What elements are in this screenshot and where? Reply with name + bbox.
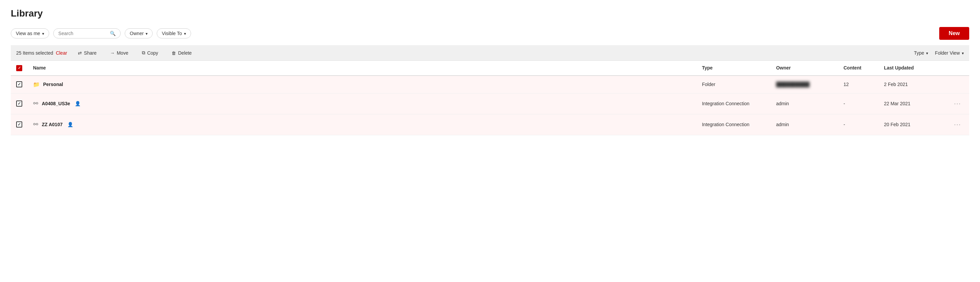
row-content-cell: 12 [838, 76, 878, 94]
share-button[interactable]: Share [75, 49, 99, 57]
row-checkbox-cell [11, 114, 28, 135]
row-checkbox[interactable] [16, 121, 22, 127]
integration-icon [33, 121, 38, 128]
selected-count-text: 25 Items selected [16, 50, 53, 56]
header-actions [946, 61, 969, 76]
row-owner-cell: admin [771, 93, 838, 114]
row-actions-cell: ··· [946, 114, 969, 135]
table-row: A0408_US3e👤Integration Connectionadmin-2… [11, 93, 969, 114]
folder-view-button[interactable]: Folder View [935, 50, 964, 56]
more-options-button[interactable]: ··· [951, 99, 964, 108]
col-last-updated-label: Last Updated [884, 65, 914, 70]
chevron-down-icon [184, 31, 186, 36]
header-content: Content [838, 61, 878, 76]
row-name-cell: 📁Personal [28, 76, 697, 94]
col-owner-label: Owner [776, 65, 791, 70]
copy-label: Copy [147, 50, 158, 56]
chevron-down-icon [146, 31, 148, 36]
visible-to-label: Visible To [162, 31, 181, 36]
header-last-updated: Last Updated [878, 61, 946, 76]
row-content-cell: - [838, 114, 878, 135]
row-name-text[interactable]: Personal [43, 81, 63, 87]
view-as-me-label: View as me [16, 31, 40, 36]
selected-count: 25 Items selected Clear [16, 50, 67, 56]
share-icon [78, 50, 82, 56]
new-button[interactable]: New [939, 27, 969, 40]
row-name-text[interactable]: ZZ A0107 [42, 122, 63, 127]
header-type: Type [697, 61, 771, 76]
row-name-text[interactable]: A0408_US3e [42, 101, 70, 106]
integration-icon [33, 100, 38, 107]
row-name-cell: ZZ A0107👤 [28, 114, 697, 135]
row-actions-cell: ··· [946, 93, 969, 114]
header-checkbox-cell [11, 61, 28, 76]
chevron-down-icon [926, 50, 928, 56]
table-header-row: Name Type Owner Content Last Updated [11, 61, 969, 76]
owner-filter-button[interactable]: Owner [125, 28, 153, 38]
type-filter-label: Type [914, 50, 924, 56]
folder-view-label: Folder View [935, 50, 960, 56]
row-type-cell: Folder [697, 76, 771, 94]
move-label: Move [116, 50, 128, 56]
col-type-label: Type [702, 65, 713, 70]
more-options-button[interactable]: ··· [951, 120, 964, 129]
copy-button[interactable]: Copy [139, 49, 161, 57]
row-checkbox-cell [11, 93, 28, 114]
search-box: 🔍 [53, 28, 121, 38]
row-type-cell: Integration Connection [697, 93, 771, 114]
row-last-updated-cell: 2 Feb 2021 [878, 76, 946, 94]
row-actions-cell [946, 76, 969, 94]
svg-point-0 [34, 102, 35, 104]
move-button[interactable]: Move [107, 49, 131, 57]
library-table: Name Type Owner Content Last Updated 📁Pe… [11, 61, 969, 135]
delete-button[interactable]: Delete [169, 49, 194, 57]
move-icon [110, 50, 115, 56]
search-icon: 🔍 [110, 31, 116, 36]
chevron-down-icon [42, 31, 44, 36]
col-content-label: Content [843, 65, 861, 70]
table-row: 📁PersonalFolder██████████122 Feb 2021 [11, 76, 969, 94]
select-all-checkbox[interactable] [16, 65, 22, 71]
owner-filter-label: Owner [130, 31, 143, 36]
svg-point-4 [37, 123, 38, 125]
header-name: Name [28, 61, 697, 76]
page-title: Library [11, 8, 969, 19]
view-as-me-dropdown[interactable]: View as me [11, 28, 49, 38]
row-checkbox[interactable] [16, 81, 22, 88]
action-bar: 25 Items selected Clear Share Move Copy … [11, 45, 969, 61]
folder-icon: 📁 [33, 81, 40, 88]
copy-icon [142, 50, 145, 56]
type-filter-button[interactable]: Type [914, 50, 928, 56]
action-bar-right: Type Folder View [914, 50, 964, 56]
clear-selection-button[interactable]: Clear [56, 50, 67, 56]
person-icon: 👤 [75, 101, 81, 106]
row-checkbox-cell [11, 76, 28, 94]
row-owner-cell: ██████████ [771, 76, 838, 94]
col-name-label: Name [33, 65, 46, 70]
svg-point-3 [34, 123, 35, 125]
header-owner: Owner [771, 61, 838, 76]
delete-label: Delete [178, 50, 191, 56]
page-container: Library View as me 🔍 Owner Visible To Ne… [0, 0, 980, 282]
row-last-updated-cell: 22 Mar 2021 [878, 93, 946, 114]
person-icon: 👤 [67, 122, 73, 127]
table-row: ZZ A0107👤Integration Connectionadmin-20 … [11, 114, 969, 135]
toolbar: View as me 🔍 Owner Visible To New [11, 27, 969, 40]
share-label: Share [84, 50, 96, 56]
chevron-down-icon [962, 50, 964, 56]
svg-point-1 [37, 102, 38, 104]
visible-to-filter-button[interactable]: Visible To [157, 28, 191, 38]
delete-icon [172, 50, 176, 56]
row-checkbox[interactable] [16, 100, 22, 107]
row-name-cell: A0408_US3e👤 [28, 93, 697, 114]
row-content-cell: - [838, 93, 878, 114]
search-input[interactable] [58, 31, 107, 36]
row-owner-cell: admin [771, 114, 838, 135]
row-type-cell: Integration Connection [697, 114, 771, 135]
row-last-updated-cell: 20 Feb 2021 [878, 114, 946, 135]
